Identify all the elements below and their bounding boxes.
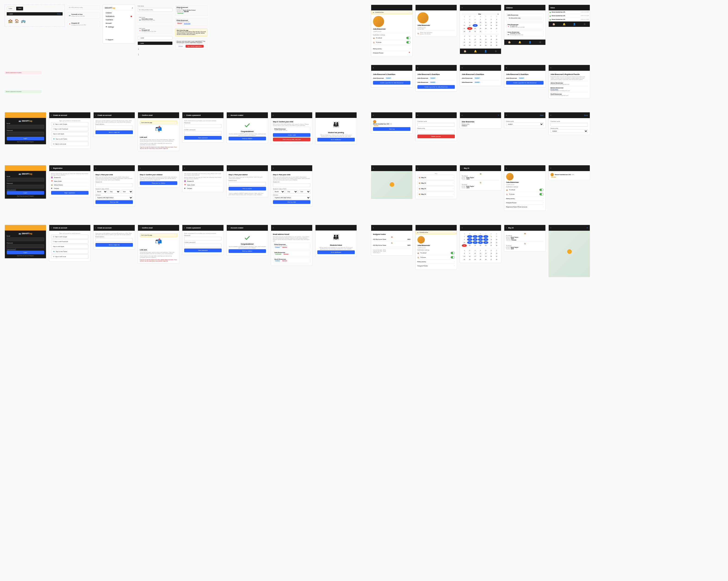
email-input[interactable] (7, 125, 44, 129)
tab-settings[interactable]: ⚙ (491, 50, 501, 52)
email-button[interactable]: ✉ Sign in with email (51, 254, 88, 259)
remove-child-link[interactable]: remove child (184, 23, 190, 24)
trip-row[interactable]: 🏫 May 24› (417, 181, 455, 185)
relationship-select[interactable]: student (506, 122, 544, 126)
child-card[interactable]: Zach Braverman 📍Dropped offDropped off a… (506, 22, 544, 29)
dashboard-button[interactable]: Go to dashboard (317, 250, 355, 254)
year-select[interactable]: Year (121, 190, 133, 194)
confirm-password-input[interactable] (184, 131, 222, 135)
save-password-button[interactable]: Save password (184, 249, 222, 252)
toggle-on[interactable] (406, 37, 411, 39)
google-button[interactable]: G Sign in with Google (51, 122, 88, 126)
toschool-toggle-row[interactable]: 🏫 To school (373, 36, 411, 40)
find-child-button[interactable]: Find my child (96, 200, 133, 204)
day-select[interactable]: Day (108, 190, 120, 194)
email-input[interactable] (7, 178, 44, 181)
student-pin[interactable] (390, 182, 394, 187)
sidebar-item-notifications[interactable]: Notifications (105, 15, 133, 18)
trip-row[interactable]: 🏫 May 24› (417, 175, 455, 180)
trip-row[interactable]: 🏫 May 24› (417, 192, 455, 197)
calendar-grid[interactable]: SMTWTFS 30123456 78910111213 14151617181… (462, 16, 499, 33)
sidebar-item-support[interactable]: ? Support (105, 38, 133, 42)
facebook-button[interactable]: f Sign in with Facebook (51, 239, 88, 244)
email-input[interactable] (96, 126, 133, 129)
forgot-link[interactable]: Forgot password? (7, 249, 44, 250)
riding-activity-row[interactable]: Riding activity› (373, 47, 411, 51)
tab-profile[interactable]: 👤 (480, 50, 491, 52)
google-button[interactable]: G Sign in with Google (51, 235, 88, 239)
password-input[interactable] (7, 132, 44, 135)
save-password-button[interactable]: Save password (184, 136, 222, 140)
sidebar-item-guardians[interactable]: Guardians (105, 18, 133, 22)
begin-registration-button[interactable]: Begin registration (51, 191, 88, 195)
done-button[interactable]: Done (584, 115, 588, 116)
tab-dark[interactable]: Label (16, 7, 23, 10)
delete-guardian-button[interactable]: Delete guardian (417, 134, 455, 138)
inbox-item[interactable]: Steven boarded bus 1234/28/2023 12:33 AM (549, 18, 590, 22)
tab-bell[interactable]: 🔔 (470, 50, 481, 52)
facebook-button[interactable]: f Sign in with Facebook (51, 127, 88, 131)
inbox-item[interactable]: Steven boarded bus 1234/28/2023 10:33 AM (549, 14, 590, 18)
tab-bar[interactable]: 🏠 🔔 👤 ⚙ (460, 49, 501, 54)
inbox-item[interactable]: Steven boarded bus 1234/29/2023 10:33 AM (549, 10, 590, 14)
tab-light[interactable]: Label (7, 7, 14, 10)
tohome-toggle-row[interactable]: 🏠 To home (373, 40, 411, 45)
dashboard-button[interactable]: Go to dashboard (317, 138, 355, 142)
guardian-name-input[interactable] (550, 123, 588, 126)
month-select[interactable]: Month (96, 190, 107, 194)
assigned-routes-row[interactable]: Assigned Routes📍 (373, 51, 411, 55)
confirm-quit-button[interactable]: Yes, cancel registration (186, 45, 204, 48)
trip-row[interactable]: 🏫 May 24› (417, 186, 455, 191)
fullname-input[interactable] (138, 8, 173, 11)
relationship-select[interactable]: student (550, 129, 588, 133)
login-button[interactable]: Log in (7, 251, 44, 254)
cancel-button[interactable]: Cancel (177, 45, 185, 48)
campus-select[interactable]: Fayheim Hills High School (96, 196, 133, 200)
twitter-button[interactable]: 🐦 Sign in with Twitter (51, 137, 88, 141)
map-view[interactable] (549, 231, 590, 277)
guardian-name-input[interactable] (417, 123, 455, 126)
apple-button[interactable]: Sign in with Apple (51, 244, 88, 249)
sidebar-item-account[interactable]: Account (105, 22, 133, 25)
relationship-input[interactable] (417, 130, 455, 133)
district-input[interactable] (229, 182, 266, 186)
save-button[interactable]: Save (540, 115, 544, 116)
child-card[interactable]: Julia Braverman No riding activity today (506, 13, 544, 22)
tab-home[interactable]: 🏠 (460, 50, 470, 52)
register-link[interactable]: Don't have an account? Register (7, 141, 44, 143)
child-card[interactable]: Junior Braverman 🚌Currently on busPicked… (506, 30, 544, 37)
student-id-input[interactable] (273, 183, 310, 187)
student-pin[interactable] (567, 249, 572, 254)
toggle-on[interactable] (406, 41, 411, 44)
confirm-password-input[interactable] (184, 244, 222, 247)
password-input[interactable] (7, 185, 44, 188)
back-button[interactable]: ‹ (462, 7, 463, 9)
confirm-child-button[interactable]: Confirm child (273, 133, 310, 137)
email-button[interactable]: ✉ Sign in with email (51, 142, 88, 146)
back-button[interactable]: ‹ (373, 67, 374, 69)
send-link-button[interactable]: Send a magic link (96, 130, 133, 134)
login-button[interactable]: Log in (7, 137, 44, 140)
remove-badge[interactable]: Remove (177, 22, 183, 24)
twitter-button[interactable]: 🐦 Sign in with Twitter (51, 249, 88, 254)
guardian-row[interactable]: Julia Braverman PARENT› (373, 76, 411, 80)
registered-parents-row[interactable]: Registered Parent Portal accounts› (506, 205, 544, 209)
forgot-link[interactable]: Forgot password? (7, 189, 44, 190)
create-guardian-button[interactable]: Create a guardian for Julia Braverman (417, 85, 455, 89)
view-log-button[interactable]: View Log (373, 127, 411, 131)
onbus-banner[interactable]: 🚌 Currently on bus (371, 10, 412, 14)
riding-activity-row[interactable]: Riding activity› (506, 197, 544, 201)
student-id-input[interactable] (96, 183, 133, 187)
apple-button[interactable]: Sign in with Apple (51, 132, 88, 136)
find-child-button[interactable]: Find my child (273, 200, 310, 204)
email-input[interactable] (96, 238, 133, 242)
password-input[interactable] (184, 124, 222, 128)
login-button[interactable]: Log in (7, 191, 44, 195)
find-children-button[interactable]: Find my children (229, 137, 266, 140)
assigned-routes-row[interactable]: Assigned Routes› (506, 201, 544, 205)
not-my-child-button[interactable]: This is not my child, start over (273, 137, 310, 141)
sidebar-item-settings[interactable]: ⚙ Settings (105, 25, 133, 29)
campus-select[interactable]: Fayheim Hills High School (273, 196, 310, 200)
create-guardian-button[interactable]: Create a guardian for Julia Braverman (373, 81, 411, 85)
map-view[interactable] (371, 171, 412, 199)
